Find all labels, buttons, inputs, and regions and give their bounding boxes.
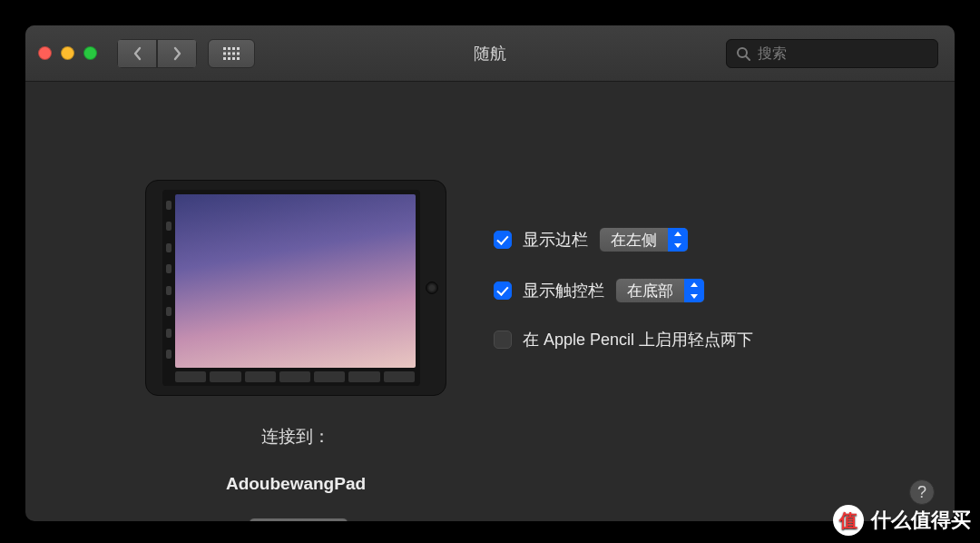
svg-rect-4	[223, 52, 226, 54]
watermark-text: 什么值得买	[871, 507, 971, 534]
preferences-window: 随航 连接到： AdoubewangPad 断开连接	[25, 25, 955, 521]
svg-rect-3	[237, 47, 240, 50]
svg-rect-9	[228, 57, 230, 60]
back-button[interactable]	[117, 39, 157, 68]
options-group: 显示边栏 在左侧 显示触控栏 在底部 在 Apple Pencil 上启用轻点两…	[494, 227, 927, 376]
select-stepper-icon	[668, 228, 688, 252]
show-touchbar-checkbox[interactable]	[494, 281, 512, 300]
svg-rect-6	[232, 52, 235, 54]
minimize-window-button[interactable]	[61, 46, 74, 60]
content-area: 连接到： AdoubewangPad 断开连接 显示边栏 在左侧 显示触控栏 在…	[25, 82, 955, 521]
double-tap-label: 在 Apple Pencil 上启用轻点两下	[523, 329, 753, 350]
option-show-sidebar: 显示边栏 在左侧	[494, 227, 927, 252]
forward-button[interactable]	[157, 39, 197, 68]
svg-rect-1	[228, 47, 230, 50]
ipad-wallpaper	[175, 194, 416, 368]
connected-to-label: 连接到：	[145, 425, 446, 449]
svg-rect-10	[232, 57, 235, 60]
ipad-preview	[145, 180, 446, 396]
search-icon	[736, 46, 750, 61]
window-title: 随航	[474, 43, 506, 64]
grid-icon	[223, 47, 240, 60]
ipad-screen	[162, 190, 420, 386]
svg-rect-5	[228, 52, 230, 54]
option-show-touchbar: 显示触控栏 在底部	[494, 278, 927, 303]
traffic-lights	[38, 46, 97, 60]
watermark: 值 什么值得买	[833, 505, 971, 536]
watermark-badge: 值	[833, 505, 864, 536]
ipad-home-icon	[426, 281, 438, 294]
close-window-button[interactable]	[38, 46, 52, 60]
svg-rect-8	[223, 57, 226, 60]
titlebar: 随航	[25, 25, 955, 82]
chevron-left-icon	[132, 46, 142, 61]
touchbar-position-select[interactable]: 在底部	[615, 278, 705, 303]
preview-touchbar	[175, 371, 415, 382]
sidebar-position-value: 在左侧	[600, 230, 668, 251]
show-all-button[interactable]	[208, 39, 255, 68]
double-tap-checkbox[interactable]	[494, 331, 512, 349]
device-name: AdoubewangPad	[145, 474, 446, 494]
show-sidebar-checkbox[interactable]	[494, 231, 512, 249]
help-button[interactable]: ?	[909, 479, 935, 505]
sidebar-position-select[interactable]: 在左侧	[599, 227, 689, 252]
search-input[interactable]	[758, 45, 939, 62]
search-field[interactable]	[726, 39, 938, 68]
svg-rect-2	[232, 47, 235, 50]
zoom-window-button[interactable]	[83, 46, 97, 60]
svg-rect-7	[237, 52, 240, 54]
nav-back-forward	[117, 39, 197, 68]
svg-line-13	[746, 56, 750, 60]
preview-sidebar	[166, 195, 173, 364]
show-touchbar-label: 显示触控栏	[523, 280, 604, 301]
chevron-right-icon	[172, 46, 182, 61]
option-double-tap: 在 Apple Pencil 上启用轻点两下	[494, 329, 927, 350]
svg-rect-11	[237, 57, 240, 60]
select-stepper-icon	[684, 279, 704, 302]
disconnect-button[interactable]: 断开连接	[249, 518, 348, 521]
show-sidebar-label: 显示边栏	[523, 229, 588, 251]
touchbar-position-value: 在底部	[616, 281, 684, 301]
svg-rect-0	[223, 47, 226, 50]
